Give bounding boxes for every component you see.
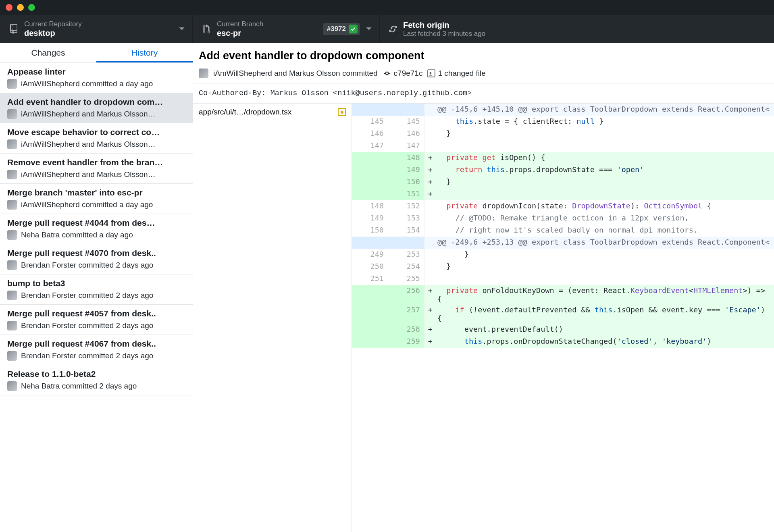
line-number-old: 148 [352,200,388,212]
sidebar: Changes History Appease linter iAmWillSh… [0,43,193,532]
diff-code: @@ -145,6 +145,10 @@ export class Toolba… [436,104,774,116]
avatar [7,381,17,391]
line-number-new: 253 [388,249,424,261]
diff-sign: + [424,164,436,176]
commit-authors: iAmWillShepherd and Markus Olsson commit… [213,69,378,78]
titlebar [0,0,774,15]
repo-dropdown[interactable]: Current Repository desktop [0,15,193,43]
line-number-new: 147 [388,140,424,152]
commit-item[interactable]: Merge pull request #4070 from desk.. Bre… [0,244,193,274]
diff-line: 145145 this.state = { clientRect: null } [352,116,774,128]
line-number-old: 146 [352,128,388,140]
commit-item[interactable]: Appease linter iAmWillShepherd committed… [0,63,193,93]
line-number-new: 154 [388,224,424,237]
commit-item-title: Appease linter [7,67,185,77]
line-number-old: 250 [352,261,388,273]
commit-item-title: Merge pull request #4044 from des… [7,218,185,228]
line-number-new: 149 [388,164,424,176]
line-number-old: 149 [352,212,388,224]
diff-sign: + [424,188,436,200]
line-number-new: 153 [388,212,424,224]
fetch-button[interactable]: Fetch origin Last fetched 3 minutes ago [380,15,565,43]
diff-line: 149+ return this.props.dropdownState ===… [352,164,774,176]
diff-code: // right now it's scaled badly on normal… [436,224,774,237]
diff-icon [427,69,435,78]
commit-item-meta: iAmWillShepherd and Markus Olsson… [21,140,156,149]
toolbar: Current Repository desktop Current Branc… [0,15,774,43]
tab-history[interactable]: History [96,43,193,62]
diff-line: 150+ } [352,176,774,188]
diff-view[interactable]: @@ -145,6 +145,10 @@ export class Toolba… [352,104,774,532]
file-status-modified-icon [338,108,346,116]
diff-sign [424,237,436,249]
diff-code: this.state = { clientRect: null } [436,116,774,128]
commit-item[interactable]: Merge branch 'master' into esc-pr iAmWil… [0,184,193,214]
diff-code: this.props.onDropdownStateChanged('close… [436,336,774,348]
window-close-button[interactable] [6,4,12,11]
diff-line: 147147 [352,140,774,152]
commit-title: Add event handler to dropdown component [199,50,768,62]
line-number-old [352,176,388,188]
main: Add event handler to dropdown component … [193,43,774,532]
diff-code: // @TODO: Remake triangle octicon in a 1… [436,212,774,224]
commit-item-meta: Brendan Forster committed 2 days ago [21,351,153,360]
diff-code [436,273,774,285]
line-number-new: 254 [388,261,424,273]
commit-body: Co-Authored-By: Markus Olsson <niik@user… [193,83,774,104]
repo-value: desktop [24,28,173,38]
commit-item[interactable]: Remove event handler from the bran… iAmW… [0,154,193,184]
commit-item[interactable]: Add event handler to dropdown com… iAmWi… [0,93,193,123]
repo-label: Current Repository [24,20,173,28]
commit-item-meta: Brendan Forster committed 2 days ago [21,291,153,300]
diff-code: return this.props.dropdownState === 'ope… [436,164,774,176]
commit-item[interactable]: Merge pull request #4057 from desk.. Bre… [0,305,193,335]
line-number-old [352,304,388,324]
fetch-label: Fetch origin [403,20,558,30]
diff-line: 148+ private get isOpen() { [352,152,774,164]
line-number-new: 255 [388,273,424,285]
diff-code: } [436,176,774,188]
fetch-sub: Last fetched 3 minutes ago [403,30,558,38]
commit-item[interactable]: Merge pull request #4044 from des… Neha … [0,214,193,244]
commit-list[interactable]: Appease linter iAmWillShepherd committed… [0,63,193,532]
line-number-new [388,237,424,249]
commit-icon [383,70,391,77]
diff-code: private get isOpen() { [436,152,774,164]
commit-item-title: Add event handler to dropdown com… [7,97,185,107]
file-item[interactable]: app/src/ui/t…/dropdown.tsx [193,104,352,121]
line-number-old: 249 [352,249,388,261]
sync-icon [389,25,397,33]
commit-item[interactable]: bump to beta3 Brendan Forster committed … [0,274,193,305]
branch-dropdown[interactable]: Current Branch esc-pr #3972 [193,15,380,43]
window-zoom-button[interactable] [28,4,35,11]
line-number-old: 147 [352,140,388,152]
line-number-new [388,104,424,116]
commit-item-title: Merge pull request #4067 from desk.. [7,339,185,349]
commit-item-meta: Neha Batra committed 2 days ago [21,382,137,391]
line-number-new: 152 [388,200,424,212]
diff-line: 256+ private onFoldoutKeyDown = (event: … [352,285,774,304]
line-number-old [352,336,388,348]
tab-changes[interactable]: Changes [0,43,96,62]
diff-code: } [436,261,774,273]
diff-code: } [436,249,774,261]
diff-sign: + [424,324,436,336]
diff-code [436,140,774,152]
avatar [7,230,17,240]
commit-item-meta: iAmWillShepherd and Markus Olsson… [21,110,156,118]
diff-sign: + [424,152,436,164]
branch-label: Current Branch [217,20,317,28]
avatar [7,351,17,361]
window-minimize-button[interactable] [17,4,24,11]
commit-item[interactable]: Move escape behavior to correct co… iAmW… [0,123,193,154]
avatar [199,69,208,78]
diff-sign: + [424,304,436,324]
line-number-new: 150 [388,176,424,188]
commit-item[interactable]: Release to 1.1.0-beta2 Neha Batra commit… [0,365,193,395]
file-path: app/src/ui/t…/dropdown.tsx [199,108,334,116]
commit-item[interactable]: Merge pull request #4067 from desk.. Bre… [0,335,193,365]
commit-item-title: Merge branch 'master' into esc-pr [7,188,185,197]
sidebar-tabs: Changes History [0,43,193,63]
avatar [7,291,17,300]
diff-line: 146146 } [352,128,774,140]
